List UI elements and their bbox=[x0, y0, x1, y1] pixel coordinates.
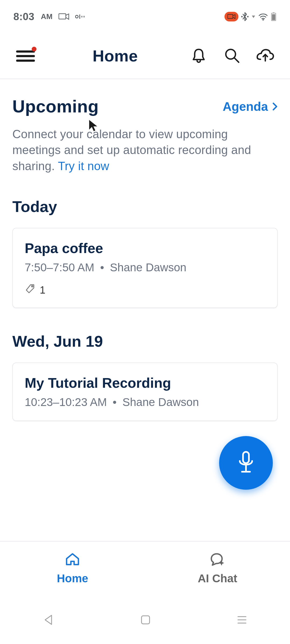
upcoming-header-row: Upcoming Agenda bbox=[12, 96, 278, 116]
svg-rect-5 bbox=[228, 14, 233, 19]
svg-rect-10 bbox=[273, 12, 274, 13]
chat-sparkle-icon bbox=[210, 552, 225, 567]
system-nav-bar bbox=[0, 596, 290, 644]
status-time: 8:03 bbox=[13, 11, 34, 23]
chevron-right-icon bbox=[272, 99, 278, 114]
svg-point-7 bbox=[248, 16, 248, 17]
upcoming-helper: Connect your calendar to view upcoming m… bbox=[12, 126, 278, 174]
meeting-time: 7:50–7:50 AM bbox=[25, 261, 94, 274]
search-button[interactable] bbox=[223, 47, 241, 65]
section-heading: Wed, Jun 19 bbox=[12, 332, 278, 350]
facepile: 1 bbox=[25, 284, 265, 297]
svg-rect-11 bbox=[272, 14, 275, 20]
camera-outline-icon bbox=[59, 13, 69, 20]
battery-icon bbox=[271, 12, 277, 21]
nav-back-button[interactable] bbox=[42, 614, 55, 626]
app-header: Home bbox=[0, 28, 290, 79]
svg-rect-0 bbox=[59, 14, 66, 19]
home-icon bbox=[65, 552, 80, 567]
svg-point-17 bbox=[32, 286, 33, 287]
notifications-button[interactable] bbox=[190, 47, 207, 65]
svg-line-16 bbox=[234, 58, 239, 62]
svg-rect-21 bbox=[142, 616, 150, 624]
menu-notification-dot-icon bbox=[32, 47, 37, 52]
menu-button[interactable] bbox=[16, 49, 35, 63]
meeting-card[interactable]: Papa coffee 7:50–7:50 AM • Shane Dawson … bbox=[12, 228, 278, 308]
header-actions bbox=[190, 47, 274, 65]
meeting-title: Papa coffee bbox=[25, 240, 265, 256]
meeting-time: 10:23–10:23 AM bbox=[25, 396, 107, 408]
agenda-link[interactable]: Agenda bbox=[223, 99, 278, 114]
wifi-icon bbox=[258, 13, 268, 20]
tab-aichat-label: AI Chat bbox=[198, 572, 237, 585]
search-icon bbox=[224, 48, 240, 64]
status-bar-right bbox=[224, 12, 277, 22]
tab-home[interactable]: Home bbox=[0, 552, 145, 585]
meeting-meta: 10:23–10:23 AM • Shane Dawson bbox=[25, 396, 265, 409]
nav-recents-button[interactable] bbox=[236, 615, 248, 625]
svg-point-1 bbox=[75, 15, 78, 18]
equalizer-icon bbox=[75, 14, 87, 20]
tab-bar: Home AI Chat bbox=[0, 541, 290, 585]
upcoming-heading: Upcoming bbox=[12, 96, 99, 116]
svg-point-8 bbox=[263, 20, 264, 20]
meeting-card[interactable]: My Tutorial Recording 10:23–10:23 AM • S… bbox=[12, 363, 278, 421]
page-title: Home bbox=[40, 47, 190, 65]
tab-ai-chat[interactable]: AI Chat bbox=[145, 552, 290, 585]
triangle-down-icon bbox=[251, 14, 256, 19]
facepile-count: 1 bbox=[40, 284, 45, 296]
meeting-title: My Tutorial Recording bbox=[25, 375, 265, 391]
try-it-now-link[interactable]: Try it now bbox=[58, 159, 109, 173]
recording-indicator-icon bbox=[224, 12, 238, 21]
agenda-link-label: Agenda bbox=[223, 99, 268, 114]
tag-icon bbox=[25, 284, 35, 297]
meeting-person: Shane Dawson bbox=[122, 396, 199, 408]
svg-rect-18 bbox=[243, 452, 249, 463]
content: Upcoming Agenda Connect your calendar to… bbox=[0, 79, 290, 421]
microphone-icon bbox=[237, 450, 255, 475]
upcoming-helper-text: Connect your calendar to view upcoming m… bbox=[12, 127, 251, 173]
cloud-upload-icon bbox=[256, 49, 274, 64]
bluetooth-icon bbox=[241, 12, 249, 22]
meeting-meta: 7:50–7:50 AM • Shane Dawson bbox=[25, 261, 265, 274]
nav-home-button[interactable] bbox=[140, 614, 151, 625]
status-ampm: AM bbox=[41, 12, 53, 21]
section-heading: Today bbox=[12, 197, 278, 215]
meta-separator-icon: • bbox=[100, 261, 104, 274]
meta-separator-icon: • bbox=[113, 396, 117, 408]
upload-cloud-button[interactable] bbox=[257, 47, 274, 65]
tab-home-label: Home bbox=[57, 572, 88, 585]
record-fab[interactable] bbox=[219, 436, 273, 490]
bell-icon bbox=[192, 48, 206, 64]
svg-point-6 bbox=[242, 16, 242, 17]
status-bar: 8:03 AM bbox=[0, 0, 290, 28]
meeting-person: Shane Dawson bbox=[110, 261, 186, 274]
status-bar-left: 8:03 AM bbox=[13, 11, 87, 23]
